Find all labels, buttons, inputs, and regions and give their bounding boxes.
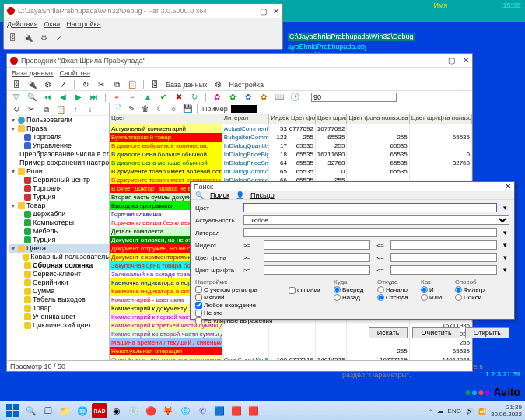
tree-node[interactable]: Мебель (9, 227, 109, 236)
rb-find[interactable]: Поиск (455, 294, 492, 301)
expand-icon[interactable]: ▾ (10, 124, 16, 133)
tree-node[interactable]: Циклический цвет (9, 321, 109, 330)
tb-chrome-icon[interactable]: 🔴 (143, 403, 159, 418)
field-color-input[interactable] (243, 203, 497, 212)
expand-icon[interactable]: ▾ (10, 167, 16, 176)
close-button[interactable]: ✕ (273, 7, 279, 16)
field-bg-from[interactable] (264, 253, 370, 262)
menu-database[interactable]: База данных (12, 69, 54, 77)
tree-node[interactable]: Сумма (9, 287, 109, 296)
table-row[interactable]: В диалоге цена меньше обычнойInDialogPri… (110, 159, 472, 167)
close-icon[interactable]: ✕ (505, 182, 511, 191)
cb-anyocc[interactable]: Любое вхождение (195, 302, 282, 309)
field-index-from[interactable] (264, 240, 370, 250)
tree-refresh-icon[interactable]: ↻ (10, 104, 23, 115)
gt-sun-icon[interactable]: ☼ (167, 103, 180, 114)
menu-actions[interactable]: Действия (7, 20, 37, 28)
tool-expand-icon[interactable]: ⤢ (54, 32, 65, 43)
dropdown-icon[interactable]: ▾ (500, 229, 509, 236)
col-index[interactable]: Индекс (269, 114, 289, 124)
tray-wifi-icon[interactable]: 📶 (478, 408, 486, 415)
rb-begin[interactable]: Начало (377, 286, 415, 293)
dropdown-icon[interactable]: ▾ (500, 241, 509, 249)
tray-cloud-icon[interactable]: ☁ (437, 408, 443, 415)
table-row[interactable]: Бухгалтерский товарBuhgalterCommod123255… (110, 133, 472, 142)
tree-node[interactable]: Ученика цвет (9, 313, 109, 321)
tree-node[interactable]: Держабли (9, 210, 109, 219)
dropdown-icon[interactable]: ▾ (500, 204, 509, 212)
gt-new-icon[interactable]: 📄 (111, 103, 124, 114)
tb-settings-label[interactable]: Настройка (229, 81, 264, 89)
tb-skype-icon[interactable]: Ⓢ (177, 403, 193, 418)
table-row[interactable]: В диалоге цена больше обычнойInDialogPri… (110, 150, 472, 159)
tb-refresh-icon[interactable]: ↻ (79, 79, 92, 90)
tree-copy-icon[interactable]: ⧉ (40, 104, 52, 115)
menu-settings[interactable]: Настройка (66, 20, 100, 28)
expand-icon[interactable]: ▾ (10, 201, 16, 210)
tb-first-icon[interactable]: ⏮ (41, 92, 54, 103)
dropdown-icon[interactable]: ▾ (500, 266, 509, 274)
tb-paste-icon[interactable]: 📋 (126, 79, 138, 90)
tree-node[interactable]: Товар (9, 304, 109, 313)
field-index-to[interactable] (390, 240, 497, 250)
gt-del-icon[interactable]: 🗑 (139, 103, 152, 114)
tree-node[interactable]: ▾Цвета (9, 244, 109, 253)
tb-firefox-icon[interactable]: 🦊 (160, 403, 176, 418)
search-menu-writer[interactable]: Письцо (250, 191, 275, 199)
tb-taskview-icon[interactable]: ❒ (40, 403, 56, 418)
open-button[interactable]: Открыть (465, 327, 509, 338)
tb-db2-icon[interactable]: 🗄 (149, 79, 161, 90)
tree-up-icon[interactable]: ↑ (69, 104, 82, 115)
tb-count-input[interactable] (311, 93, 397, 102)
tree-cut-icon[interactable]: ✂ (25, 104, 37, 115)
tray-lang[interactable]: ENG (448, 408, 461, 415)
rb-or[interactable]: ИЛИ (421, 294, 449, 301)
tb-book-icon[interactable]: 📖 (273, 92, 285, 103)
tb-app1-icon[interactable]: 🟦 (212, 403, 227, 418)
tree-node[interactable]: Турция (9, 236, 109, 244)
start-button[interactable] (3, 404, 22, 418)
tb-explorer-icon[interactable]: 📁 (58, 403, 73, 418)
search-titlebar[interactable]: Поиск ✕ (191, 182, 514, 191)
tree-node[interactable]: Преобразование числа в сл (9, 150, 109, 159)
tb-search-icon[interactable]: 🔍 (26, 92, 38, 103)
rb-filter[interactable]: Фильтр (455, 286, 492, 293)
close-button[interactable]: ✕ (463, 56, 469, 65)
cb-case[interactable]: С учетом регистра (195, 286, 282, 293)
tree-node[interactable]: ▾Права (9, 124, 109, 133)
explorer-titlebar[interactable]: Проводник "Джая Шрила Прабхупада" — ▢ ✕ (7, 54, 472, 68)
tb-app3-icon[interactable]: 🟥 (246, 403, 261, 418)
expand-icon[interactable]: ▾ (10, 244, 16, 253)
tb-db-label[interactable]: База данных (166, 81, 208, 89)
table-row[interactable]: Неакт.уальная операция25565535 (110, 347, 472, 355)
tb-rad-icon[interactable]: RAD (92, 403, 107, 418)
dropdown-icon[interactable]: ▾ (500, 254, 509, 261)
clear-button[interactable]: Очистить (412, 327, 460, 338)
tb-flower2-icon[interactable]: ✿ (226, 92, 239, 103)
tb-cancel-icon[interactable]: ✖ (173, 92, 185, 103)
tb-flower3-icon[interactable]: ✿ (242, 92, 254, 103)
tree-node[interactable]: Пример сохранения настро (9, 159, 109, 167)
minimize-button[interactable]: — (246, 7, 254, 16)
tb-gear-icon[interactable]: ⚙ (41, 79, 54, 90)
tb-viber-icon[interactable]: ✆ (194, 403, 210, 418)
tb-cog2-icon[interactable]: ⚙ (212, 79, 225, 90)
tb-search-icon[interactable]: 🔍 (23, 403, 39, 418)
expand-icon[interactable]: ▾ (10, 116, 16, 124)
tb-steam-icon[interactable]: ◉ (109, 403, 124, 418)
col-user-bg[interactable]: Цвет фона пользователя (347, 114, 409, 124)
tb-app2-icon[interactable]: 🟥 (229, 403, 244, 418)
gt-moon-icon[interactable]: ☾ (153, 103, 166, 114)
col-literal[interactable]: Литерал (222, 114, 269, 124)
tree-down-icon[interactable]: ↓ (84, 104, 96, 115)
tree-node[interactable]: Сборная солянка (9, 261, 109, 270)
tb-expand-icon[interactable]: ⤢ (57, 79, 69, 90)
tb-next-icon[interactable]: ▶ (72, 92, 85, 103)
gt-edit-icon[interactable]: ✎ (125, 103, 138, 114)
tb-ok-icon[interactable]: ✔ (157, 92, 170, 103)
table-row[interactable]: В документе товар имеет волевой остатокI… (110, 167, 472, 176)
tree-node[interactable]: Табель выходов (9, 296, 109, 304)
rb-here[interactable]: Отсюда (377, 294, 415, 301)
tb-cut-icon[interactable]: ✂ (95, 79, 107, 90)
tray-date[interactable]: 30.06.2022 (491, 411, 522, 418)
